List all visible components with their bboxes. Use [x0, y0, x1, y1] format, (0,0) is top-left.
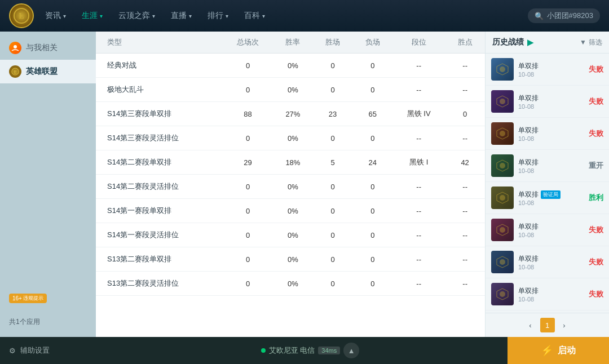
prev-page-button[interactable]: ‹ — [523, 318, 538, 332]
history-result: 失败 — [589, 257, 603, 267]
launch-button[interactable]: ⚡ 启动 — [508, 337, 609, 364]
cell-winrate: 0% — [273, 175, 313, 199]
cell-points: -- — [445, 54, 485, 78]
server-status-dot — [261, 348, 266, 353]
nav-search[interactable]: 🔍 小团团#98203 — [528, 8, 600, 23]
col-header-wins: 胜场 — [313, 32, 353, 54]
cell-winrate: 0% — [273, 223, 313, 247]
history-mode: 单双排 — [518, 286, 584, 296]
cell-wins: 0 — [313, 126, 353, 150]
history-item[interactable]: 单双排 验证局 10-08 胜利 — [486, 182, 609, 214]
history-item[interactable]: 单双排 10-08 失败 — [486, 246, 609, 278]
nav-item-news[interactable]: 资讯 ▾ — [38, 7, 73, 24]
history-result: 重开 — [589, 161, 603, 171]
champion-thumbnail — [491, 187, 514, 209]
nav-item-tft[interactable]: 云顶之弈 ▾ — [112, 7, 162, 24]
cell-winrate: 0% — [273, 272, 313, 296]
history-item[interactable]: 单双排 10-08 失败 — [486, 86, 609, 118]
lol-icon: L — [9, 65, 21, 78]
cell-losses: 0 — [352, 78, 392, 102]
history-item[interactable]: 单双排 10-08 失败 — [486, 118, 609, 150]
chevron-down-icon: ▾ — [100, 13, 103, 19]
chevron-down-icon: ▾ — [226, 13, 228, 19]
table-row: S14第三赛段单双排 88 27% 23 65 黑铁 IV 0 — [96, 102, 485, 126]
cell-rank: 黑铁 I — [392, 150, 445, 175]
champion-thumbnail — [491, 58, 514, 81]
history-item-info: 单双排 10-08 — [518, 126, 584, 142]
history-result: 胜利 — [589, 193, 603, 203]
col-header-winrate: 胜率 — [273, 32, 313, 54]
content-area: 类型 总场次 胜率 胜场 负场 段位 胜点 经典对战 0 0% 0 0 -- -… — [96, 32, 609, 337]
cell-winrate: 27% — [273, 102, 313, 126]
col-header-total: 总场次 — [223, 32, 273, 54]
cell-points: -- — [445, 247, 485, 272]
history-date: 10-08 — [518, 71, 584, 78]
cell-total: 0 — [223, 54, 273, 78]
history-mode: 单双排 验证局 — [518, 190, 584, 199]
svg-point-8 — [500, 99, 505, 104]
table-header-row: 类型 总场次 胜率 胜场 负场 段位 胜点 — [96, 32, 485, 54]
cell-wins: 0 — [313, 175, 353, 199]
cell-wins: 0 — [313, 247, 353, 272]
cell-losses: 0 — [352, 175, 392, 199]
cell-wins: 0 — [313, 199, 353, 223]
history-title: 历史战绩 ▶ — [492, 37, 533, 47]
cell-total: 0 — [223, 247, 273, 272]
history-item[interactable]: 单双排 10-08 失败 — [486, 54, 609, 86]
champion-thumbnail — [491, 283, 514, 305]
history-item[interactable]: 单双排 10-08 重开 — [486, 150, 609, 182]
lightning-icon: ⚡ — [541, 344, 553, 357]
cell-rank: -- — [392, 272, 445, 296]
history-date: 10-08 — [518, 232, 584, 238]
verified-badge: 验证局 — [541, 190, 561, 199]
cell-rank: -- — [392, 175, 445, 199]
cell-points: -- — [445, 272, 485, 296]
chevron-down-icon: ▾ — [152, 13, 155, 19]
sidebar-item-related[interactable]: 与我相关 — [0, 36, 96, 60]
current-page-button[interactable]: 1 — [540, 318, 555, 332]
cell-points: -- — [445, 223, 485, 247]
table-row: S14第二赛段单双排 29 18% 5 24 黑铁 I 42 — [96, 150, 485, 175]
cell-type: S14第一赛段灵活排位 — [96, 223, 223, 247]
cell-winrate: 0% — [273, 78, 313, 102]
nav-logo: L — [9, 3, 34, 28]
nav-item-live[interactable]: 直播 ▾ — [164, 7, 198, 24]
nav-item-ranking[interactable]: 排行 ▾ — [201, 7, 235, 24]
svg-text:L: L — [19, 12, 24, 20]
filter-button[interactable]: ▼ 筛选 — [580, 38, 602, 47]
cell-type: S14第三赛段灵活排位 — [96, 126, 223, 150]
history-result: 失败 — [589, 225, 603, 235]
history-item[interactable]: 单双排 10-08 失败 — [486, 278, 609, 310]
history-date: 10-08 — [518, 199, 584, 206]
history-item-info: 单双排 验证局 10-08 — [518, 190, 584, 206]
cell-type: 经典对战 — [96, 54, 223, 78]
nav-item-wiki[interactable]: 百科 ▾ — [237, 7, 272, 24]
cell-wins: 0 — [313, 272, 353, 296]
cell-losses: 0 — [352, 272, 392, 296]
cell-type: S14第二赛段单双排 — [96, 150, 223, 175]
table-row: 极地大乱斗 0 0% 0 0 -- -- — [96, 78, 485, 102]
cell-rank: -- — [392, 247, 445, 272]
table-row: S13第二赛段单双排 0 0% 0 0 -- -- — [96, 247, 485, 272]
nav-item-career[interactable]: 生涯 ▾ — [75, 7, 109, 24]
history-mode: 单双排 — [518, 222, 584, 232]
sidebar: 与我相关 L 英雄联盟 16+ 违规提示 共1个应用 — [0, 32, 96, 337]
cell-points: -- — [445, 126, 485, 150]
search-icon: 🔍 — [535, 12, 544, 20]
app-count: 共1个应用 — [0, 313, 49, 331]
cell-total: 0 — [223, 78, 273, 102]
history-item-info: 单双排 10-08 — [518, 222, 584, 238]
cell-wins: 0 — [313, 78, 353, 102]
assist-icon: ⚙ — [9, 347, 16, 355]
cell-rank: -- — [392, 223, 445, 247]
cell-rank: 黑铁 IV — [392, 102, 445, 126]
history-header: 历史战绩 ▶ ▼ 筛选 — [486, 32, 609, 54]
table-body: 经典对战 0 0% 0 0 -- -- 极地大乱斗 0 0% 0 0 -- --… — [96, 54, 485, 296]
next-page-button[interactable]: › — [557, 318, 572, 332]
cell-type: S13第二赛段灵活排位 — [96, 272, 223, 296]
expand-server-button[interactable]: ▲ — [343, 343, 359, 358]
cell-points: 0 — [445, 102, 485, 126]
history-item[interactable]: 单双排 10-08 失败 — [486, 214, 609, 246]
cell-losses: 24 — [352, 150, 392, 175]
sidebar-item-lol[interactable]: L 英雄联盟 — [0, 60, 96, 83]
